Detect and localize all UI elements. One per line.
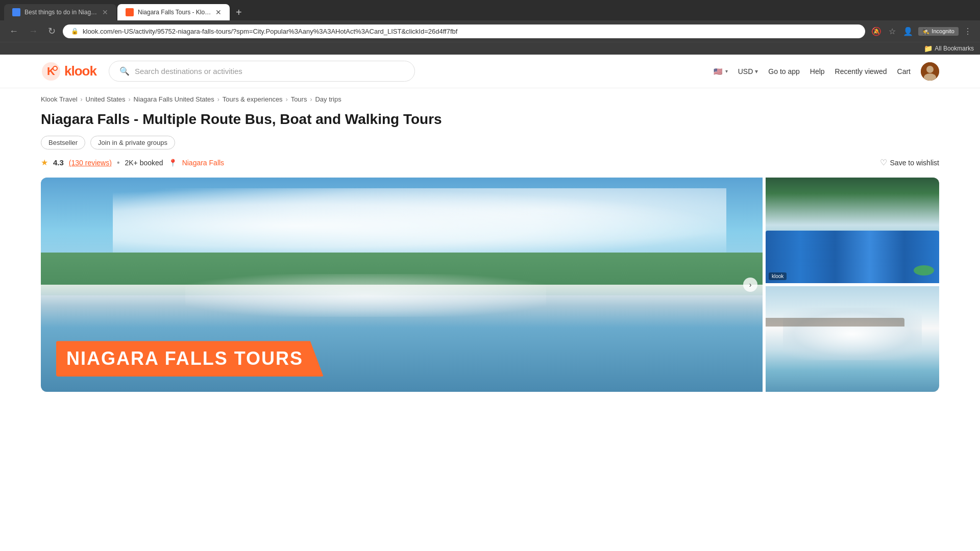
all-bookmarks-label: All Bookmarks [935,45,974,52]
klook-logo-text: klook [64,63,96,79]
breadcrumb: Klook Travel › United States › Niagara F… [0,88,980,110]
all-bookmarks[interactable]: 📁 All Bookmarks [924,44,974,53]
avatar-image [921,62,939,81]
svg-point-3 [54,67,57,70]
language-selector[interactable]: 🇺🇸 ▾ [714,67,728,76]
browser-toolbar: ← → ↻ 🔒 klook.com/en-US/activity/95752-n… [0,20,980,42]
new-tab-button[interactable]: + [231,5,247,20]
breadcrumb-tours-experiences[interactable]: Tours & experiences [223,95,283,103]
back-button[interactable]: ← [6,24,21,39]
tab-2-title: Niagara Falls Tours - Klook Uni... [138,9,211,16]
forward-button[interactable]: → [26,24,41,39]
main-content: Niagara Falls - Multiple Route Bus, Boat… [0,110,980,412]
svg-point-5 [926,66,934,73]
mist-swirl [783,308,922,361]
breadcrumb-sep-5: › [310,96,312,103]
url-text: klook.com/en-US/activity/95752-niagara-f… [83,28,857,35]
gallery-main-image[interactable]: NIAGARA FALLS TOURS › [41,178,763,392]
meta-dot: • [117,158,120,167]
tab-2-close[interactable]: ✕ [215,8,222,16]
gallery-next-arrow[interactable]: › [743,278,757,292]
gallery-banner: NIAGARA FALLS TOURS [56,341,324,377]
klook-header: K klook 🔍 Search destinations or activit… [0,55,980,88]
falls-edge [766,318,904,327]
photo-gallery: NIAGARA FALLS TOURS › klook [41,178,939,392]
go-to-app-link[interactable]: Go to app [768,67,800,76]
breadcrumb-sep-3: › [217,96,219,103]
currency-selector[interactable]: USD ▾ [738,67,758,76]
eye-slash-icon[interactable]: 🔕 [869,24,884,38]
breadcrumb-sep-4: › [286,96,288,103]
incognito-badge: 🕵 Incognito [918,27,959,36]
tab-1-favicon [12,8,20,16]
page-content: K klook 🔍 Search destinations or activit… [0,55,980,412]
klook-logo[interactable]: K klook [41,61,96,82]
user-avatar[interactable] [921,62,939,81]
incognito-label: Incognito [932,28,954,34]
breadcrumb-day-trips: Day trips [315,95,341,103]
gallery-side-image-1[interactable]: klook [766,178,939,283]
meta-row: ★ 4.3 (130 reviews) • 2K+ booked 📍 Niaga… [41,158,939,167]
profile-icon[interactable]: 👤 [901,24,915,38]
browser-tab-2[interactable]: Niagara Falls Tours - Klook Uni... ✕ [117,4,230,20]
wishlist-button[interactable]: ♡ Save to wishlist [880,158,939,167]
location-link[interactable]: Niagara Falls [182,159,224,167]
rating-reviews-link[interactable]: (130 reviews) [69,159,112,167]
lock-icon: 🔒 [71,28,79,35]
gallery-side-image-2[interactable] [766,286,939,392]
tags-row: Bestseller Join in & private groups [41,136,939,149]
breadcrumb-tours[interactable]: Tours [291,95,307,103]
address-bar[interactable]: 🔒 klook.com/en-US/activity/95752-niagara… [63,24,865,38]
gallery-overlay: NIAGARA FALLS TOURS [41,331,763,392]
browser-tab-1[interactable]: Best things to do in Niagara Fa... ✕ [4,4,116,20]
wishlist-label: Save to wishlist [890,159,939,167]
heart-icon: ♡ [880,158,887,167]
search-icon: 🔍 [119,66,130,76]
currency-chevron-icon: ▾ [755,68,758,75]
more-menu-icon[interactable]: ⋮ [962,24,974,38]
breadcrumb-united-states[interactable]: United States [86,95,126,103]
toolbar-actions: 🔕 ☆ 👤 🕵 Incognito ⋮ [869,24,974,38]
search-placeholder: Search destinations or activities [135,67,242,76]
flag-icon: 🇺🇸 [714,67,722,76]
bookings-count: 2K+ booked [125,159,163,167]
rating-score: 4.3 [53,158,64,167]
clouds-layer [113,188,726,263]
page-title: Niagara Falls - Multiple Route Bus, Boat… [41,110,939,129]
tab-2-favicon [126,8,134,16]
falls-mist [185,274,546,317]
lang-chevron-icon: ▾ [725,68,728,74]
bookmark-star-icon[interactable]: ☆ [887,24,898,38]
tab-1-close[interactable]: ✕ [102,8,108,16]
reload-button[interactable]: ↻ [45,23,59,39]
star-icon: ★ [41,158,48,167]
browser-chrome: Best things to do in Niagara Fa... ✕ Nia… [0,0,980,55]
breadcrumb-niagara-falls[interactable]: Niagara Falls United States [134,95,214,103]
header-actions: 🇺🇸 ▾ USD ▾ Go to app Help Recently viewe… [714,62,939,81]
tag-bestseller: Bestseller [41,136,85,149]
people-silhouettes [766,231,939,284]
gallery-banner-text: NIAGARA FALLS TOURS [66,348,303,369]
location-pin-icon: 📍 [168,159,177,167]
help-link[interactable]: Help [810,67,825,76]
currency-label: USD [738,67,753,76]
breadcrumb-sep-1: › [81,96,83,103]
tab-bar: Best things to do in Niagara Fa... ✕ Nia… [0,0,980,20]
klook-logo-icon: K [41,61,61,82]
breadcrumb-klook-travel[interactable]: Klook Travel [41,95,78,103]
cart-link[interactable]: Cart [897,67,911,76]
bookmarks-folder-icon: 📁 [924,44,933,53]
bookmarks-bar: 📁 All Bookmarks [0,42,980,55]
tab-1-title: Best things to do in Niagara Fa... [24,9,98,16]
recently-viewed-link[interactable]: Recently viewed [835,67,887,76]
search-bar[interactable]: 🔍 Search destinations or activities [109,61,415,82]
incognito-icon: 🕵 [922,28,929,35]
tag-join-private: Join in & private groups [90,136,175,149]
breadcrumb-sep-2: › [129,96,131,103]
gallery-side-images: klook [766,178,939,392]
klook-watermark-1: klook [769,272,787,280]
